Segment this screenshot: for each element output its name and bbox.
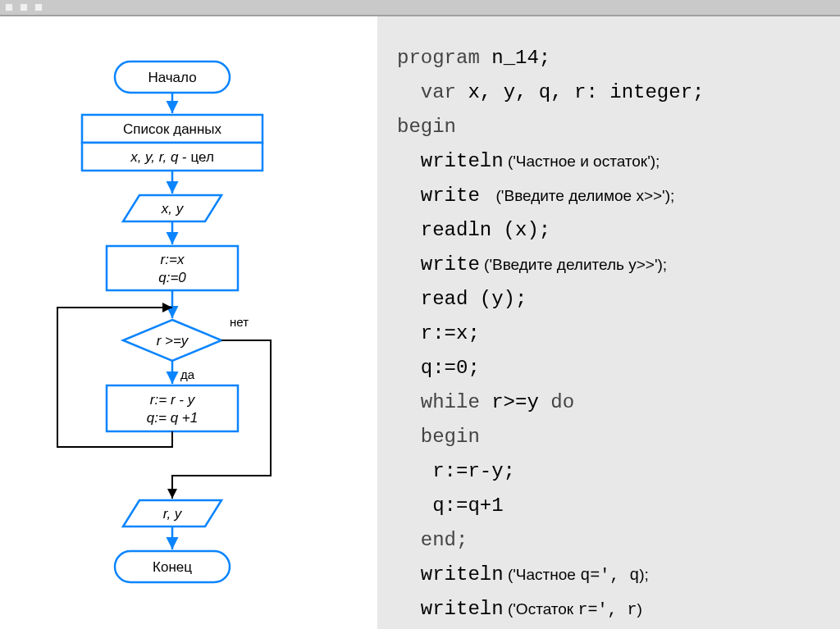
main-area: Начало Список данных x, y, r, q - цел x,… (0, 16, 840, 629)
flow-body2-label: q:= q +1 (147, 410, 198, 426)
flow-yes-label: да (180, 367, 195, 381)
code-line: while r>=y do (397, 385, 824, 420)
flow-init1-label: r:=x (161, 252, 185, 267)
code-line: end; (397, 523, 824, 558)
code-line: r:=r-y; (397, 454, 824, 489)
code-line: r:=x; (397, 317, 824, 351)
code-line: begin (397, 420, 824, 454)
flowchart-panel: Начало Список данных x, y, r, q - цел x,… (0, 16, 377, 629)
code-line: writeln ('Частное и остаток'); (397, 144, 824, 179)
code-line: write ('Введите делимое x>>'); (397, 179, 824, 213)
flow-decision-label: r >=y (157, 333, 189, 349)
flow-start-label: Начало (148, 70, 196, 85)
code-line: writeln ('Остаток r=', r) (397, 592, 824, 627)
flow-end-label: Конец (153, 559, 192, 575)
flow-data-header-label: Список данных (123, 121, 222, 137)
code-line: read (y); (397, 282, 824, 317)
code-line: q:=0; (397, 351, 824, 385)
code-line: var x, y, q, r: integer; (397, 75, 824, 110)
flow-no-label: нет (230, 315, 249, 329)
code-line: readln (x); (397, 213, 824, 248)
top-bar (0, 0, 840, 16)
flow-init2-label: q:=0 (158, 270, 186, 285)
code-line: program n_14; (397, 41, 824, 75)
flowchart-svg: Начало Список данных x, y, r, q - цел x,… (0, 16, 377, 615)
code-line: writeln ('Частное q=', q); (397, 558, 824, 592)
window-dots (5, 3, 43, 11)
code-line: begin (397, 110, 824, 144)
code-line: q:=q+1 (397, 489, 824, 523)
flow-data-vars-label: x, y, r, q - цел (130, 149, 214, 165)
flow-input-label: x, y (161, 201, 185, 217)
code-line: write ('Введите делитель y>>'); (397, 248, 824, 282)
flow-body1-label: r:= r - y (150, 392, 196, 408)
flow-output-label: r, y (163, 506, 183, 522)
code-panel: program n_14; var x, y, q, r: integer; b… (377, 16, 840, 629)
